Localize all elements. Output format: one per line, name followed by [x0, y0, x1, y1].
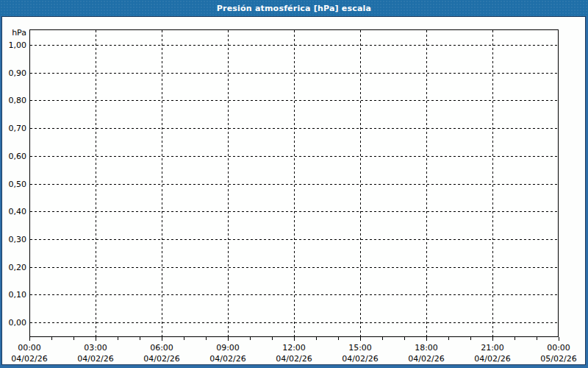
x-gridline [294, 30, 295, 336]
x-axis-major-tick [29, 337, 30, 341]
x-axis-minor-tick [74, 337, 74, 340]
y-axis-tick-label: 0,20 [2, 263, 26, 272]
y-axis-tick-label: 0,90 [2, 68, 26, 78]
x-axis-major-tick [162, 337, 162, 341]
x-axis-time-label: 21:00 [463, 344, 522, 353]
chart-window: Presión atmosférica [hPa] escala hPa 1,0… [0, 0, 588, 368]
x-axis-minor-tick [118, 337, 118, 340]
x-axis-time-label: 12:00 [265, 344, 323, 353]
y-axis-unit-label: hPa [2, 28, 26, 38]
x-axis-minor-tick [272, 337, 273, 340]
y-axis-tick-label: 1,00 [2, 40, 26, 50]
x-axis-major-tick [426, 337, 427, 341]
x-gridline [492, 30, 493, 336]
x-gridline [426, 30, 427, 336]
x-axis-minor-tick [250, 337, 251, 340]
x-axis-date-label: 04/02/26 [331, 355, 390, 364]
x-axis-time-label: 18:00 [397, 344, 456, 353]
x-axis-minor-tick [382, 337, 383, 340]
x-axis-minor-tick [514, 337, 515, 340]
x-axis-time-label: 15:00 [331, 344, 390, 353]
x-axis-major-tick [96, 337, 96, 341]
x-axis-major-tick [228, 337, 229, 341]
x-axis-date-label: 04/02/26 [1, 355, 59, 364]
x-gridline [96, 30, 96, 336]
y-axis-tick-label: 0,50 [2, 180, 26, 189]
x-axis-time-label: 00:00 [529, 344, 586, 353]
x-axis-date-label: 04/02/26 [66, 355, 125, 364]
y-axis-tick-label: 0,00 [2, 318, 26, 328]
plot-area[interactable] [29, 29, 559, 337]
x-axis-major-tick [360, 337, 361, 341]
x-gridline [228, 30, 229, 336]
x-axis-date-label: 04/02/26 [463, 355, 522, 364]
x-axis-minor-tick [470, 337, 471, 340]
x-gridline [162, 30, 162, 336]
chart-title-bar: Presión atmosférica [hPa] escala [0, 0, 588, 16]
x-axis-minor-tick [338, 337, 339, 340]
x-axis-minor-tick [51, 337, 52, 340]
x-axis-minor-tick [448, 337, 449, 340]
x-axis-time-label: 00:00 [1, 344, 59, 353]
x-axis-date-label: 05/02/26 [529, 355, 586, 364]
x-axis-date-label: 04/02/26 [265, 355, 323, 364]
x-axis-date-label: 04/02/26 [198, 355, 257, 364]
x-axis-minor-tick [537, 337, 537, 340]
y-axis-tick-label: 0,10 [2, 290, 26, 300]
x-axis-minor-tick [404, 337, 405, 340]
x-axis-time-label: 06:00 [132, 344, 191, 353]
x-axis-minor-tick [316, 337, 317, 340]
x-axis-time-label: 03:00 [66, 344, 125, 353]
x-axis-major-tick [559, 337, 559, 341]
chart-title: Presión atmosférica [hPa] escala [217, 4, 371, 13]
x-axis-date-label: 04/02/26 [132, 355, 191, 364]
y-axis-tick-label: 0,60 [2, 152, 26, 161]
chart-content-area: hPa 1,000,900,800,700,600,500,400,300,20… [1, 16, 586, 365]
y-axis-tick-label: 0,70 [2, 124, 26, 133]
y-axis-tick-label: 0,40 [2, 207, 26, 216]
x-axis-minor-tick [184, 337, 184, 340]
x-axis-date-label: 04/02/26 [397, 355, 456, 364]
plot-grid-layer [30, 30, 558, 336]
x-gridline [360, 30, 361, 336]
x-axis-minor-tick [140, 337, 140, 340]
x-axis-major-tick [294, 337, 295, 341]
x-axis-time-label: 09:00 [198, 344, 257, 353]
y-axis-tick-label: 0,30 [2, 235, 26, 244]
x-axis-major-tick [492, 337, 493, 341]
x-axis-minor-tick [206, 337, 207, 340]
y-axis-tick-label: 0,80 [2, 96, 26, 105]
